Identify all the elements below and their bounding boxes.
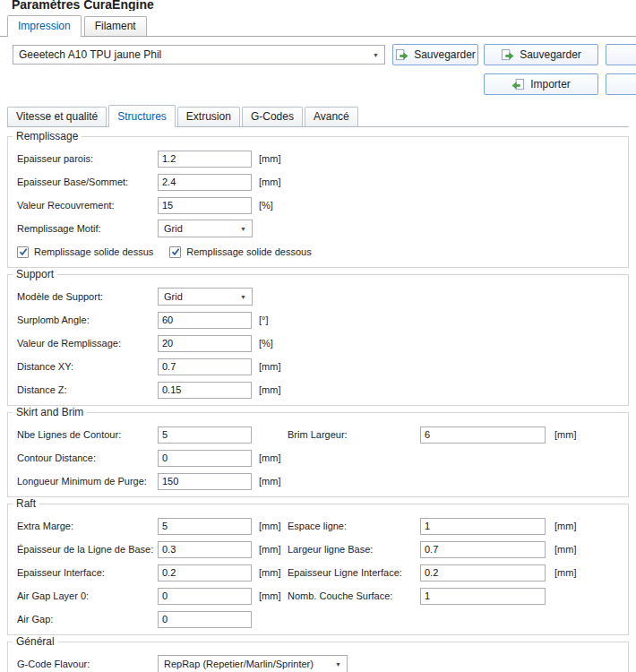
largeur-ligne-base-input[interactable]	[420, 541, 546, 558]
save-as-button[interactable]: Sauvegarder	[484, 44, 598, 65]
contour-distance-input[interactable]	[158, 450, 252, 467]
field-row: Distance XY: [mm]	[8, 355, 628, 378]
dropdown-value: Grid	[164, 223, 183, 234]
tab-filament[interactable]: Filament	[84, 16, 147, 36]
save-button-label: Sauvegarder	[414, 48, 476, 61]
tab-structures[interactable]: Structures	[108, 105, 176, 127]
field-row: G-Code Flavour: RepRap (Repetier/Marlin/…	[8, 652, 628, 672]
import-button-label: Importer	[530, 78, 571, 90]
chevron-down-icon: ▼	[335, 661, 341, 668]
import-button[interactable]: Importer	[484, 73, 598, 95]
group-remplissage: Remplissage Epaisseur parois: [mm] Epais…	[7, 136, 629, 268]
tab-avance[interactable]: Avancé	[305, 107, 358, 126]
field-row: Epaisseur parois: [mm]	[8, 147, 628, 170]
field-label: Contour Distance:	[17, 452, 158, 463]
settings-tabs: Vitesse et qualité Structures Extrusion …	[7, 105, 629, 127]
brim-largeur-input[interactable]	[420, 426, 546, 444]
field-row: Remplissage Motif: Grid ▼	[8, 217, 628, 240]
valeur-recouvrement-input[interactable]	[158, 197, 252, 214]
field-label: Remplissage Motif:	[17, 223, 158, 234]
unit-label: [%]	[259, 200, 288, 211]
field-label: Largeur ligne Base:	[288, 544, 420, 555]
group-raft: Raft Extra Marge: [mm] Espace ligne: [mm…	[7, 504, 629, 635]
field-label: Air Gap Layer 0:	[17, 590, 158, 601]
nomb-couche-surface-input[interactable]	[420, 588, 546, 605]
field-label: Air Gap:	[17, 614, 158, 625]
unit-label: [mm]	[259, 177, 288, 187]
delete-profile-button[interactable]	[606, 44, 636, 65]
field-label: Epaisseur parois:	[17, 153, 158, 164]
espace-ligne-input[interactable]	[420, 518, 546, 535]
remplissage-motif-dropdown[interactable]: Grid ▼	[158, 220, 253, 237]
field-label: Surplomb Angle:	[17, 314, 158, 325]
group-skirt-brim-title: Skirt and Brim	[13, 406, 87, 418]
solid-top-checkbox[interactable]	[17, 246, 29, 258]
tab-extrusion[interactable]: Extrusion	[177, 107, 240, 126]
epaisseur-ligne-base-input[interactable]	[158, 541, 252, 558]
distance-z-input[interactable]	[158, 382, 252, 399]
epaisseur-interface-input[interactable]	[158, 564, 252, 582]
unit-label: [mm]	[259, 590, 288, 601]
group-remplissage-title: Remplissage	[13, 130, 82, 142]
group-raft-title: Raft	[13, 497, 39, 510]
chevron-down-icon: ▼	[240, 226, 246, 232]
valeur-remplissage-support-input[interactable]	[158, 335, 252, 352]
group-skirt-brim: Skirt and Brim Nbe Lignes de Contour: Br…	[7, 412, 629, 497]
group-support: Support Modèle de Support: Grid ▼ Surplo…	[7, 274, 629, 406]
dropdown-value: RepRap (Repetier/Marlin/Sprinter)	[164, 659, 314, 669]
check-icon	[19, 247, 28, 256]
longueur-minimum-purge-input[interactable]	[158, 473, 252, 490]
field-label: Valeur de Remplissage:	[17, 338, 158, 349]
group-general-title: Général	[13, 635, 58, 648]
field-row: Valeur de Remplissage: [%]	[8, 332, 628, 355]
checkbox-label: Remplissage solide dessous	[186, 246, 311, 257]
field-label: Longueur Minimum de Purge:	[17, 476, 158, 487]
air-gap-layer0-input[interactable]	[158, 588, 252, 605]
field-label: Valeur Recouvrement:	[17, 200, 158, 211]
field-label: Epaisseur Interface:	[17, 567, 158, 578]
solid-bottom-checkbox[interactable]	[169, 246, 181, 258]
epaisseur-ligne-interface-input[interactable]	[420, 564, 546, 582]
chevron-down-icon: ▼	[373, 52, 379, 58]
unit-label: [mm]	[259, 521, 288, 531]
air-gap-input[interactable]	[158, 611, 252, 628]
epaisseur-base-sommet-input[interactable]	[158, 174, 252, 191]
field-label: Modèle de Support:	[17, 291, 158, 302]
unit-label: [mm]	[259, 153, 288, 164]
unit-label: [mm]	[259, 567, 288, 578]
chevron-down-icon: ▼	[240, 294, 246, 300]
unit-label: [mm]	[259, 476, 288, 487]
field-row: Nbe Lignes de Contour: Brim Largeur: [mm…	[8, 423, 628, 446]
extra-marge-input[interactable]	[158, 518, 252, 535]
distance-xy-input[interactable]	[158, 358, 252, 375]
export-button[interactable]	[606, 73, 636, 95]
surplomb-angle-input[interactable]	[158, 312, 252, 329]
gcode-flavour-dropdown[interactable]: RepRap (Repetier/Marlin/Sprinter) ▼	[158, 655, 348, 672]
unit-label: [mm]	[554, 544, 576, 555]
field-row: Épaisseur de la Ligne de Base: [mm] Larg…	[8, 538, 628, 561]
group-support-title: Support	[13, 268, 57, 280]
profile-toolbar: Geeetech A10 TPU jaune Phil ▼ Sauvegarde…	[0, 44, 636, 103]
unit-label: [mm]	[259, 361, 288, 372]
modele-support-dropdown[interactable]: Grid ▼	[158, 288, 253, 306]
epaisseur-parois-input[interactable]	[158, 151, 252, 168]
group-general: Général G-Code Flavour: RepRap (Repetier…	[7, 642, 629, 672]
tab-impression[interactable]: Impression	[7, 15, 82, 37]
field-row: Modèle de Support: Grid ▼	[8, 285, 628, 308]
field-label: Epaisseur Base/Sommet:	[17, 177, 158, 187]
print-profile-dropdown[interactable]: Geeetech A10 TPU jaune Phil ▼	[13, 45, 385, 65]
tab-g-codes[interactable]: G-Codes	[242, 107, 303, 126]
unit-label: [mm]	[259, 384, 288, 395]
field-label: Distance Z:	[17, 384, 158, 395]
checkbox-label: Remplissage solide dessus	[34, 246, 153, 257]
unit-label: [mm]	[259, 544, 288, 555]
field-row: Distance Z: [mm]	[8, 378, 628, 401]
field-label: Espace ligne:	[288, 521, 420, 531]
field-row: Valeur Recouvrement: [%]	[8, 194, 628, 217]
tab-vitesse-et-qualite[interactable]: Vitesse et qualité	[7, 107, 107, 126]
profile-tabs: Impression Filament	[0, 15, 636, 37]
nbe-lignes-contour-input[interactable]	[158, 426, 252, 444]
field-row: Air Gap:	[8, 607, 628, 631]
save-profile-button[interactable]: Sauvegarder	[392, 44, 478, 65]
check-icon	[171, 247, 180, 256]
